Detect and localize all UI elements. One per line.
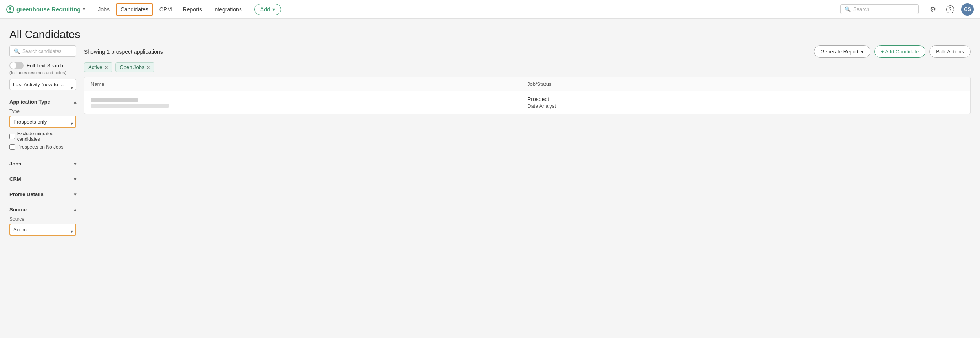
sidebar-search-icon: 🔍: [14, 48, 20, 54]
header-actions: Generate Report ▾ + Add Candidate Bulk A…: [814, 45, 971, 58]
content-area: Showing 1 prospect applications Generate…: [84, 45, 971, 329]
prospects-select-wrapper: Prospects only All Applications only: [9, 116, 76, 131]
filter-section-application-type: Application Type ▴ Type Prospects only A…: [9, 96, 76, 154]
top-navigation: greenhouse Recruiting ▾ Jobs Candidates …: [0, 0, 980, 19]
bulk-actions-button[interactable]: Bulk Actions: [929, 45, 971, 58]
prospects-select[interactable]: Prospects only All Applications only: [9, 116, 76, 128]
source-chevron-up: ▴: [74, 207, 76, 213]
nav-candidates[interactable]: Candidates: [116, 3, 153, 16]
logo-text: greenhouse Recruiting: [16, 6, 80, 13]
crm-label: CRM: [9, 176, 21, 182]
full-text-label: Full Text Search: [27, 63, 63, 69]
source-select-wrapper: Source LinkedIn Indeed Referral: [9, 224, 76, 239]
sidebar: 🔍 Search candidates Full Text Search (In…: [9, 45, 76, 329]
nav-jobs[interactable]: Jobs: [93, 3, 114, 16]
application-type-content: Type Prospects only All Applications onl…: [9, 107, 76, 154]
application-type-chevron-up: ▴: [74, 99, 76, 105]
type-filter-label: Type: [9, 109, 76, 114]
prospects-no-jobs-checkbox-row[interactable]: Prospects on No Jobs: [9, 144, 76, 150]
candidate-name-cell: [91, 98, 527, 108]
jobs-header[interactable]: Jobs ▾: [9, 158, 76, 169]
user-avatar[interactable]: GS: [961, 3, 974, 16]
profile-details-chevron-down: ▾: [74, 192, 76, 197]
filter-section-source: Source ▴ Source Source LinkedIn Indeed R…: [9, 204, 76, 240]
nav-search-box[interactable]: 🔍 Search: [840, 4, 919, 14]
application-type-header[interactable]: Application Type ▴: [9, 96, 76, 107]
nav-right-icons: ⚙ ? GS: [927, 3, 974, 16]
main-row: 🔍 Search candidates Full Text Search (In…: [0, 45, 980, 338]
filter-section-profile-details: Profile Details ▾: [9, 189, 76, 200]
candidate-name-blurred: [91, 98, 138, 102]
table-row[interactable]: Prospect Data Analyst: [84, 91, 970, 114]
application-type-label: Application Type: [9, 99, 50, 105]
crm-header[interactable]: CRM ▾: [9, 174, 76, 184]
open-jobs-chip-label: Open Jobs: [120, 64, 144, 70]
logo-icon: [6, 5, 14, 13]
table-header: Name Job/Status: [84, 77, 970, 91]
exclude-migrated-checkbox[interactable]: [9, 134, 15, 139]
add-button[interactable]: Add ▾: [254, 4, 281, 15]
name-column-header: Name: [91, 81, 527, 87]
filter-section-jobs: Jobs ▾: [9, 158, 76, 169]
sort-select[interactable]: Last Activity (new to ...: [9, 79, 76, 90]
logo-dropdown-icon[interactable]: ▾: [83, 7, 85, 12]
crm-chevron-down: ▾: [74, 176, 76, 182]
page-container: All Candidates 🔍 Search candidates Full …: [0, 19, 980, 338]
full-text-toggle[interactable]: [9, 62, 24, 69]
filter-chips: Active × Open Jobs ×: [84, 62, 971, 72]
generate-report-chevron-icon: ▾: [861, 49, 864, 55]
help-button[interactable]: ?: [944, 3, 956, 16]
nav-crm[interactable]: CRM: [155, 3, 177, 16]
prospects-no-jobs-checkbox[interactable]: [9, 144, 15, 150]
open-jobs-chip: Open Jobs ×: [115, 62, 154, 72]
sidebar-search-box[interactable]: 🔍 Search candidates: [9, 45, 76, 57]
job-status-column-header: Job/Status: [527, 81, 964, 87]
active-chip: Active ×: [84, 62, 112, 72]
source-content: Source Source LinkedIn Indeed Referral: [9, 215, 76, 240]
help-icon: ?: [946, 5, 954, 13]
source-select[interactable]: Source LinkedIn Indeed Referral: [9, 224, 76, 236]
source-label: Source: [9, 207, 27, 213]
profile-details-label: Profile Details: [9, 191, 44, 197]
candidate-sub-blurred: [91, 104, 169, 108]
filter-section-crm: CRM ▾: [9, 174, 76, 184]
generate-report-button[interactable]: Generate Report ▾: [814, 45, 870, 58]
settings-button[interactable]: ⚙: [927, 3, 939, 16]
jobs-label: Jobs: [9, 161, 21, 167]
svg-point-1: [9, 7, 11, 10]
prospect-label: Prospect: [527, 96, 964, 102]
sidebar-search-placeholder: Search candidates: [22, 49, 61, 54]
generate-report-label: Generate Report: [821, 49, 859, 55]
add-button-label: Add: [260, 6, 270, 13]
nav-links: Jobs Candidates CRM Reports Integrations: [93, 3, 247, 16]
full-text-sub: (Includes resumes and notes): [9, 70, 76, 75]
logo[interactable]: greenhouse Recruiting ▾: [6, 5, 85, 13]
page-title: All Candidates: [9, 28, 971, 41]
full-text-search-row: Full Text Search: [9, 62, 76, 69]
profile-details-header[interactable]: Profile Details ▾: [9, 189, 76, 200]
settings-icon: ⚙: [930, 5, 936, 14]
nav-reports[interactable]: Reports: [178, 3, 207, 16]
page-title-area: All Candidates: [0, 19, 980, 45]
nav-integrations[interactable]: Integrations: [208, 3, 247, 16]
nav-search-icon: 🔍: [845, 6, 851, 12]
jobs-chevron-down: ▾: [74, 161, 76, 167]
nav-search-placeholder: Search: [853, 6, 869, 12]
open-jobs-chip-remove[interactable]: ×: [146, 65, 150, 70]
add-candidate-button[interactable]: + Add Candidate: [874, 45, 926, 58]
candidates-table: Name Job/Status Prospect Data Analyst: [84, 77, 971, 114]
active-chip-remove[interactable]: ×: [104, 65, 108, 70]
source-header[interactable]: Source ▴: [9, 204, 76, 215]
sort-wrapper: Last Activity (new to ...: [9, 79, 76, 96]
job-title-label: Data Analyst: [527, 103, 964, 109]
source-filter-label: Source: [9, 216, 76, 222]
job-status-cell: Prospect Data Analyst: [527, 96, 964, 109]
active-chip-label: Active: [88, 64, 102, 70]
exclude-migrated-checkbox-row[interactable]: Exclude migrated candidates: [9, 131, 76, 142]
exclude-migrated-label: Exclude migrated candidates: [17, 131, 76, 142]
prospects-no-jobs-label: Prospects on No Jobs: [17, 144, 63, 150]
add-candidate-label: + Add Candidate: [881, 49, 919, 55]
content-header: Showing 1 prospect applications Generate…: [84, 45, 971, 58]
add-chevron-icon: ▾: [272, 6, 275, 13]
bulk-actions-label: Bulk Actions: [936, 49, 964, 55]
